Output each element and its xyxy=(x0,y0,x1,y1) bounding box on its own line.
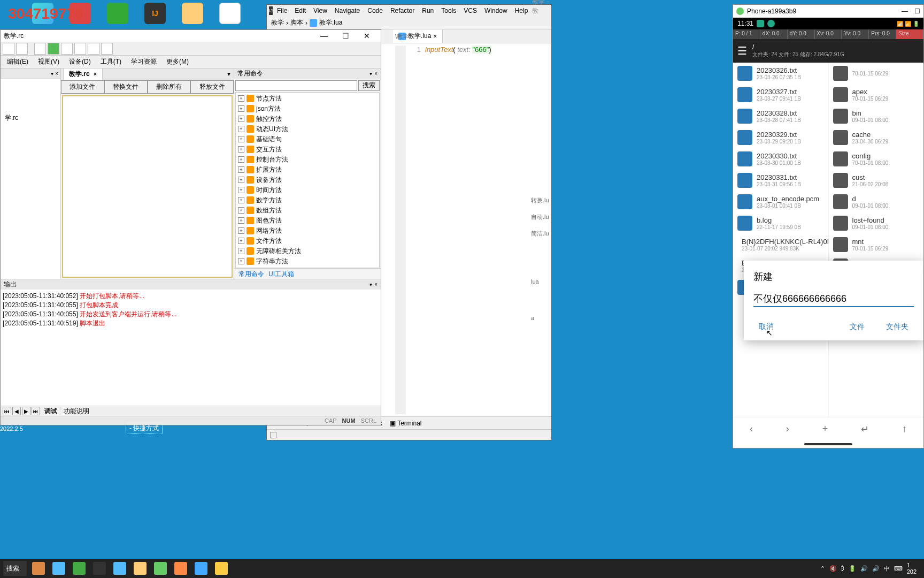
expand-icon[interactable]: + xyxy=(238,116,244,122)
tree-item[interactable]: +扩展方法 xyxy=(237,165,378,175)
system-tray[interactable]: ⌃🔇₿🔋🔊🔊中⌨1202 xyxy=(820,562,921,575)
expand-icon[interactable]: + xyxy=(238,207,244,214)
taskbar-app[interactable] xyxy=(191,560,211,576)
file-row[interactable]: 20230330.txt23-03-30 01:00 1B xyxy=(733,148,828,170)
tree-item[interactable]: +设备方法 xyxy=(237,175,378,185)
tray-icon[interactable]: ⌃ xyxy=(820,565,825,572)
taskbar-app[interactable] xyxy=(110,560,129,576)
taskbar-app[interactable] xyxy=(151,560,170,576)
file-row[interactable]: cust21-06-02 20:08 xyxy=(829,170,924,191)
expand-icon[interactable]: + xyxy=(238,177,244,183)
resource-canvas[interactable] xyxy=(62,95,233,278)
tree-item[interactable]: +文件方法 xyxy=(237,236,378,246)
cancel-button[interactable]: 取消 ↖ xyxy=(753,319,779,335)
tree-item[interactable]: +json方法 xyxy=(237,104,378,114)
menu-view[interactable]: View xyxy=(310,6,330,16)
expand-icon[interactable]: + xyxy=(238,105,244,112)
menu-refactor[interactable]: Refactor xyxy=(387,6,418,16)
expand-icon[interactable]: + xyxy=(238,166,244,173)
expand-icon[interactable]: + xyxy=(238,227,244,234)
file-row[interactable]: aux_to_encode.pcm23-03-01 00:41 0B xyxy=(733,191,828,212)
nav-back[interactable]: ‹ xyxy=(750,423,753,435)
redo-button[interactable] xyxy=(16,43,28,55)
menu-view[interactable]: 视图(V) xyxy=(34,56,64,68)
help-button[interactable] xyxy=(101,43,113,55)
menu-tools[interactable]: 工具(T) xyxy=(96,56,126,68)
menu-help[interactable]: Help xyxy=(512,6,532,16)
pin-icon[interactable]: ▾ xyxy=(369,282,372,287)
nav-enter[interactable]: ↵ xyxy=(861,423,869,435)
taskbar-app[interactable] xyxy=(29,560,48,576)
close-icon[interactable]: × xyxy=(374,71,378,77)
expand-icon[interactable]: + xyxy=(238,136,244,142)
nav-last[interactable]: ⏭ xyxy=(32,407,40,415)
file-row[interactable]: bin09-01-01 08:00 xyxy=(829,105,924,127)
tab-commands[interactable]: 常用命令 xyxy=(238,270,264,278)
expand-icon[interactable]: + xyxy=(238,238,244,244)
project-file[interactable]: 学.rc xyxy=(1,111,60,125)
tree-item[interactable]: +基础语句 xyxy=(237,134,378,144)
expand-icon[interactable]: + xyxy=(238,126,244,132)
desktop-icon-folder[interactable] xyxy=(179,3,206,29)
taskbar-app[interactable] xyxy=(90,560,109,576)
close-button[interactable]: ✕ xyxy=(356,30,378,42)
minimize-button[interactable]: — xyxy=(902,7,908,15)
file-list[interactable]: 20230326.txt23-03-26 07:35 1B20230327.tx… xyxy=(733,63,923,417)
editor-tab[interactable]: 教学.rc × xyxy=(63,68,103,80)
desktop-icon-intellij[interactable]: IJ xyxy=(142,3,168,29)
nav-up[interactable]: ↑ xyxy=(902,423,907,435)
expand-icon[interactable]: + xyxy=(238,95,244,102)
tree-item[interactable]: +节点方法 xyxy=(237,94,378,104)
tree-item[interactable]: +触控方法 xyxy=(237,114,378,124)
menu-edit[interactable]: Edit xyxy=(291,6,309,16)
pane-pin-icon[interactable]: ▾ xyxy=(51,71,53,77)
file-row[interactable]: cache23-04-30 06:29 xyxy=(829,127,924,148)
pane-close-icon[interactable]: × xyxy=(55,71,58,77)
replace-file-button[interactable]: 替换文件 xyxy=(104,80,148,94)
expand-icon[interactable]: + xyxy=(238,248,244,254)
tree-item[interactable]: +时间方法 xyxy=(237,185,378,195)
taskbar-app[interactable] xyxy=(171,560,190,576)
file-row[interactable]: 20230331.txt23-03-31 09:56 1B xyxy=(733,170,828,191)
expand-icon[interactable]: + xyxy=(238,217,244,224)
taskbar-search[interactable]: 搜索 xyxy=(3,561,27,576)
toolbar-btn[interactable] xyxy=(34,43,46,55)
nav-add[interactable]: + xyxy=(822,423,828,435)
expand-icon[interactable]: + xyxy=(238,197,244,203)
menu-file[interactable]: File xyxy=(274,6,290,16)
taskbar-app[interactable] xyxy=(70,560,89,576)
close-icon[interactable]: × xyxy=(374,282,378,287)
nav-prev[interactable]: ◀ xyxy=(12,407,21,415)
crumb-file[interactable]: 教学.lua xyxy=(319,18,342,27)
tray-icon[interactable]: 中 xyxy=(884,565,890,573)
expand-icon[interactable]: + xyxy=(238,156,244,163)
menu-edit[interactable]: 编辑(E) xyxy=(3,56,33,68)
nav-first[interactable]: ⏮ xyxy=(3,407,11,415)
tree-item[interactable]: +交互方法 xyxy=(237,144,378,155)
file-row[interactable]: mnt70-01-15 06:29 xyxy=(829,234,924,255)
project-pane[interactable]: ▾ × 学.rc xyxy=(1,69,61,279)
file-row[interactable]: d09-01-01 08:00 xyxy=(829,191,924,212)
tab-close-icon[interactable]: × xyxy=(94,71,97,77)
tab-dropdown-icon[interactable]: ▾ xyxy=(227,70,230,78)
nav-next[interactable]: ▶ xyxy=(22,407,30,415)
expand-icon[interactable]: + xyxy=(238,258,244,264)
create-folder-button[interactable]: 文件夹 xyxy=(881,319,914,335)
menu-run[interactable]: Run xyxy=(419,6,437,16)
search-input[interactable] xyxy=(235,80,357,91)
tray-icon[interactable]: ⌨ xyxy=(894,565,903,572)
clock[interactable]: 1202 xyxy=(907,562,917,575)
tray-icon[interactable]: 🔊 xyxy=(872,565,880,572)
tab-terminal[interactable]: ▣ Terminal xyxy=(390,420,421,427)
file-row[interactable]: 20230328.txt23-03-28 07:41 1B xyxy=(733,105,828,127)
menu-window[interactable]: Window xyxy=(481,6,511,16)
screenshot-button[interactable] xyxy=(88,43,99,55)
desktop-icon-xls[interactable] xyxy=(104,3,131,29)
menu-more[interactable]: 更多(M) xyxy=(162,56,193,68)
desktop-icon-text[interactable] xyxy=(217,3,243,29)
undo-button[interactable] xyxy=(3,43,14,55)
release-file-button[interactable]: 释放文件 xyxy=(190,80,234,94)
debug-tab[interactable]: 调试 xyxy=(44,407,57,416)
device-button[interactable] xyxy=(74,43,86,55)
command-tree[interactable]: +节点方法+json方法+触控方法+动态UI方法+基础语句+交互方法+控制台方法… xyxy=(235,92,380,268)
